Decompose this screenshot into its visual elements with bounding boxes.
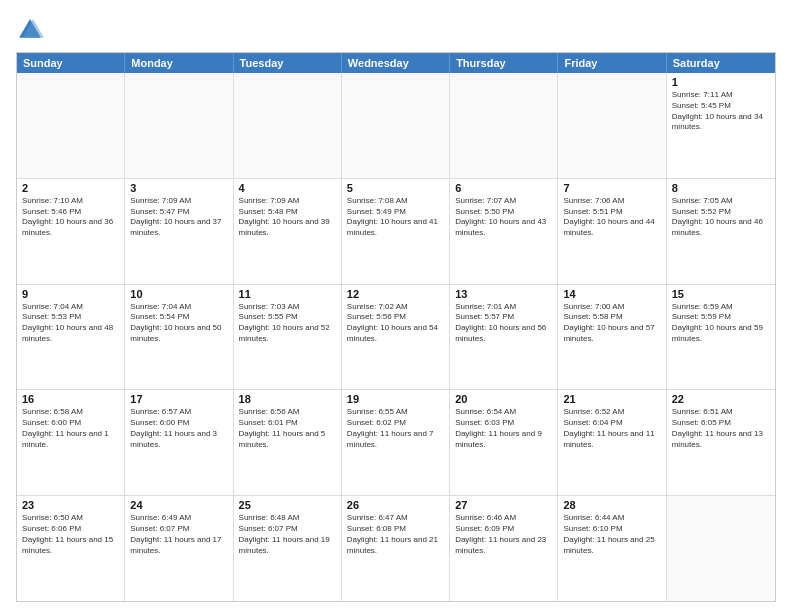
calendar-cell: 16Sunrise: 6:58 AM Sunset: 6:00 PM Dayli… (17, 390, 125, 495)
calendar-cell: 14Sunrise: 7:00 AM Sunset: 5:58 PM Dayli… (558, 285, 666, 390)
calendar-cell: 18Sunrise: 6:56 AM Sunset: 6:01 PM Dayli… (234, 390, 342, 495)
calendar-cell (17, 73, 125, 178)
calendar-row: 1Sunrise: 7:11 AM Sunset: 5:45 PM Daylig… (17, 73, 775, 179)
cell-text: Sunrise: 6:54 AM Sunset: 6:03 PM Dayligh… (455, 407, 552, 450)
calendar-cell: 7Sunrise: 7:06 AM Sunset: 5:51 PM Daylig… (558, 179, 666, 284)
calendar-row: 16Sunrise: 6:58 AM Sunset: 6:00 PM Dayli… (17, 390, 775, 496)
weekday-header: Thursday (450, 53, 558, 73)
calendar-cell: 20Sunrise: 6:54 AM Sunset: 6:03 PM Dayli… (450, 390, 558, 495)
cell-text: Sunrise: 7:08 AM Sunset: 5:49 PM Dayligh… (347, 196, 444, 239)
cell-text: Sunrise: 7:10 AM Sunset: 5:46 PM Dayligh… (22, 196, 119, 239)
calendar-cell: 13Sunrise: 7:01 AM Sunset: 5:57 PM Dayli… (450, 285, 558, 390)
day-number: 4 (239, 182, 336, 194)
cell-text: Sunrise: 7:06 AM Sunset: 5:51 PM Dayligh… (563, 196, 660, 239)
calendar-cell: 21Sunrise: 6:52 AM Sunset: 6:04 PM Dayli… (558, 390, 666, 495)
page: SundayMondayTuesdayWednesdayThursdayFrid… (0, 0, 792, 612)
calendar-cell: 6Sunrise: 7:07 AM Sunset: 5:50 PM Daylig… (450, 179, 558, 284)
calendar-cell (342, 73, 450, 178)
calendar-cell: 26Sunrise: 6:47 AM Sunset: 6:08 PM Dayli… (342, 496, 450, 601)
calendar-cell: 3Sunrise: 7:09 AM Sunset: 5:47 PM Daylig… (125, 179, 233, 284)
cell-text: Sunrise: 6:51 AM Sunset: 6:05 PM Dayligh… (672, 407, 770, 450)
cell-text: Sunrise: 6:50 AM Sunset: 6:06 PM Dayligh… (22, 513, 119, 556)
calendar-cell: 23Sunrise: 6:50 AM Sunset: 6:06 PM Dayli… (17, 496, 125, 601)
day-number: 25 (239, 499, 336, 511)
weekday-header: Wednesday (342, 53, 450, 73)
calendar-cell (234, 73, 342, 178)
calendar-cell: 12Sunrise: 7:02 AM Sunset: 5:56 PM Dayli… (342, 285, 450, 390)
calendar-row: 9Sunrise: 7:04 AM Sunset: 5:53 PM Daylig… (17, 285, 775, 391)
day-number: 20 (455, 393, 552, 405)
cell-text: Sunrise: 6:59 AM Sunset: 5:59 PM Dayligh… (672, 302, 770, 345)
cell-text: Sunrise: 7:11 AM Sunset: 5:45 PM Dayligh… (672, 90, 770, 133)
logo (16, 16, 48, 44)
cell-text: Sunrise: 6:48 AM Sunset: 6:07 PM Dayligh… (239, 513, 336, 556)
calendar-cell: 2Sunrise: 7:10 AM Sunset: 5:46 PM Daylig… (17, 179, 125, 284)
weekday-header: Friday (558, 53, 666, 73)
cell-text: Sunrise: 7:04 AM Sunset: 5:54 PM Dayligh… (130, 302, 227, 345)
day-number: 5 (347, 182, 444, 194)
calendar: SundayMondayTuesdayWednesdayThursdayFrid… (16, 52, 776, 602)
day-number: 16 (22, 393, 119, 405)
day-number: 21 (563, 393, 660, 405)
cell-text: Sunrise: 7:09 AM Sunset: 5:48 PM Dayligh… (239, 196, 336, 239)
calendar-cell (450, 73, 558, 178)
calendar-cell: 25Sunrise: 6:48 AM Sunset: 6:07 PM Dayli… (234, 496, 342, 601)
day-number: 17 (130, 393, 227, 405)
calendar-cell: 28Sunrise: 6:44 AM Sunset: 6:10 PM Dayli… (558, 496, 666, 601)
calendar-cell: 9Sunrise: 7:04 AM Sunset: 5:53 PM Daylig… (17, 285, 125, 390)
day-number: 26 (347, 499, 444, 511)
day-number: 11 (239, 288, 336, 300)
day-number: 24 (130, 499, 227, 511)
day-number: 8 (672, 182, 770, 194)
day-number: 3 (130, 182, 227, 194)
day-number: 28 (563, 499, 660, 511)
day-number: 6 (455, 182, 552, 194)
calendar-cell: 1Sunrise: 7:11 AM Sunset: 5:45 PM Daylig… (667, 73, 775, 178)
cell-text: Sunrise: 7:01 AM Sunset: 5:57 PM Dayligh… (455, 302, 552, 345)
calendar-cell: 8Sunrise: 7:05 AM Sunset: 5:52 PM Daylig… (667, 179, 775, 284)
calendar-cell: 15Sunrise: 6:59 AM Sunset: 5:59 PM Dayli… (667, 285, 775, 390)
day-number: 13 (455, 288, 552, 300)
calendar-body: 1Sunrise: 7:11 AM Sunset: 5:45 PM Daylig… (17, 73, 775, 601)
weekday-header: Monday (125, 53, 233, 73)
calendar-header: SundayMondayTuesdayWednesdayThursdayFrid… (17, 53, 775, 73)
day-number: 2 (22, 182, 119, 194)
cell-text: Sunrise: 6:58 AM Sunset: 6:00 PM Dayligh… (22, 407, 119, 450)
calendar-row: 23Sunrise: 6:50 AM Sunset: 6:06 PM Dayli… (17, 496, 775, 601)
weekday-header: Saturday (667, 53, 775, 73)
cell-text: Sunrise: 6:46 AM Sunset: 6:09 PM Dayligh… (455, 513, 552, 556)
header (16, 16, 776, 44)
day-number: 19 (347, 393, 444, 405)
cell-text: Sunrise: 7:04 AM Sunset: 5:53 PM Dayligh… (22, 302, 119, 345)
calendar-row: 2Sunrise: 7:10 AM Sunset: 5:46 PM Daylig… (17, 179, 775, 285)
cell-text: Sunrise: 7:09 AM Sunset: 5:47 PM Dayligh… (130, 196, 227, 239)
day-number: 1 (672, 76, 770, 88)
weekday-header: Sunday (17, 53, 125, 73)
calendar-cell: 4Sunrise: 7:09 AM Sunset: 5:48 PM Daylig… (234, 179, 342, 284)
cell-text: Sunrise: 7:05 AM Sunset: 5:52 PM Dayligh… (672, 196, 770, 239)
calendar-cell: 22Sunrise: 6:51 AM Sunset: 6:05 PM Dayli… (667, 390, 775, 495)
day-number: 7 (563, 182, 660, 194)
day-number: 23 (22, 499, 119, 511)
cell-text: Sunrise: 7:07 AM Sunset: 5:50 PM Dayligh… (455, 196, 552, 239)
calendar-cell: 11Sunrise: 7:03 AM Sunset: 5:55 PM Dayli… (234, 285, 342, 390)
day-number: 9 (22, 288, 119, 300)
calendar-cell (558, 73, 666, 178)
weekday-header: Tuesday (234, 53, 342, 73)
cell-text: Sunrise: 7:03 AM Sunset: 5:55 PM Dayligh… (239, 302, 336, 345)
cell-text: Sunrise: 6:47 AM Sunset: 6:08 PM Dayligh… (347, 513, 444, 556)
day-number: 10 (130, 288, 227, 300)
day-number: 22 (672, 393, 770, 405)
calendar-cell: 10Sunrise: 7:04 AM Sunset: 5:54 PM Dayli… (125, 285, 233, 390)
day-number: 18 (239, 393, 336, 405)
calendar-cell: 19Sunrise: 6:55 AM Sunset: 6:02 PM Dayli… (342, 390, 450, 495)
day-number: 14 (563, 288, 660, 300)
day-number: 27 (455, 499, 552, 511)
cell-text: Sunrise: 6:56 AM Sunset: 6:01 PM Dayligh… (239, 407, 336, 450)
logo-icon (16, 16, 44, 44)
day-number: 12 (347, 288, 444, 300)
calendar-cell: 24Sunrise: 6:49 AM Sunset: 6:07 PM Dayli… (125, 496, 233, 601)
calendar-cell (667, 496, 775, 601)
calendar-cell: 17Sunrise: 6:57 AM Sunset: 6:00 PM Dayli… (125, 390, 233, 495)
cell-text: Sunrise: 6:55 AM Sunset: 6:02 PM Dayligh… (347, 407, 444, 450)
